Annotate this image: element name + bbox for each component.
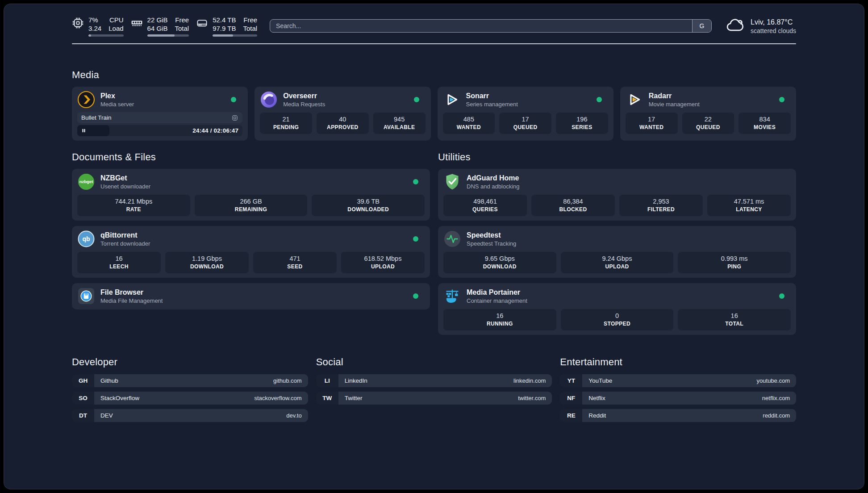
documents-column: Documents & Files nzbget NZBGet Usenet d… xyxy=(72,151,430,309)
app-card-adguard[interactable]: AdGuard Home DNS and adblocking 498,461Q… xyxy=(438,169,796,221)
stat-tile: 9.24 GbpsUPLOAD xyxy=(561,252,674,273)
stat-tile: 498,461QUERIES xyxy=(443,195,527,216)
disk-icon xyxy=(196,17,208,31)
bookmark-url: netflix.com xyxy=(762,395,790,401)
svg-text:qb: qb xyxy=(82,235,90,242)
app-name: Overseerr xyxy=(283,92,325,100)
app-card-filebrowser[interactable]: File Browser Media File Management xyxy=(72,283,430,309)
svg-text:nzbget: nzbget xyxy=(79,179,93,184)
sonarr-icon xyxy=(443,91,461,109)
search-bar: G xyxy=(270,19,712,33)
bookmark-dev[interactable]: DT DEVdev.to xyxy=(72,409,308,422)
bookmark-github[interactable]: GH Githubgithub.com xyxy=(72,374,308,387)
stat-tile: 744.21 MbpsRATE xyxy=(77,195,190,216)
bookmark-name: DEV xyxy=(100,412,113,419)
app-name: File Browser xyxy=(100,288,163,297)
app-card-portainer[interactable]: Media Portainer Container management 16R… xyxy=(438,283,796,335)
stat-tile: 17WANTED xyxy=(626,113,678,134)
app-name: Media Portainer xyxy=(467,288,527,297)
app-card-nzbget[interactable]: nzbget NZBGet Usenet downloader 744.21 M… xyxy=(72,169,430,221)
bookmark-netflix[interactable]: NF Netflixnetflix.com xyxy=(560,392,796,405)
now-playing-title: Bullet Train xyxy=(81,114,112,121)
bookmark-url: youtube.com xyxy=(757,377,790,384)
section-title-utilities: Utilities xyxy=(438,151,796,163)
stat-tile: 47.571 msLATENCY xyxy=(707,195,791,216)
bookmark-youtube[interactable]: YT YouTubeyoutube.com xyxy=(560,374,796,387)
ram-values: 22 GiB 64 GiB xyxy=(147,16,168,33)
stat-tile: 22QUEUED xyxy=(682,113,734,134)
app-name: Speedtest xyxy=(467,231,516,239)
app-name: Plex xyxy=(100,92,134,100)
disk-metric: 52.4 TB 97.9 TB Free Total xyxy=(196,16,257,37)
status-dot xyxy=(414,97,419,102)
stat-tile: 834MOVIES xyxy=(739,113,791,134)
stat-tile: 1.19 GbpsDOWNLOAD xyxy=(165,252,249,273)
app-name: NZBGet xyxy=(100,174,150,182)
section-title-documents: Documents & Files xyxy=(72,151,430,163)
bookmark-url: dev.to xyxy=(286,412,301,419)
cloud-icon xyxy=(725,15,745,37)
app-card-sonarr[interactable]: Sonarr Series management 485WANTED 17QUE… xyxy=(438,87,613,141)
stat-tile: 16LEECH xyxy=(77,252,161,273)
bookmark-name: StackOverflow xyxy=(100,395,139,401)
ram-labels: Free Total xyxy=(175,16,189,33)
stat-tile: 16RUNNING xyxy=(443,309,556,330)
stat-tile: 196SERIES xyxy=(556,113,608,134)
disk-labels: Free Total xyxy=(243,16,257,33)
player-settings-icon[interactable] xyxy=(231,114,238,121)
header-divider xyxy=(72,43,796,44)
bookmark-name: Netflix xyxy=(588,395,605,401)
bookmark-name: YouTube xyxy=(588,377,612,384)
filebrowser-icon xyxy=(77,287,95,305)
nzbget-icon: nzbget xyxy=(77,173,95,191)
cpu-values: 7% 3.24 xyxy=(88,16,101,33)
search-provider-button[interactable]: G xyxy=(692,20,711,32)
app-subtitle: Media Requests xyxy=(283,101,325,108)
stat-tile: 471SEED xyxy=(253,252,337,273)
bookmark-abbr: NF xyxy=(560,392,582,405)
pause-icon[interactable] xyxy=(81,127,86,135)
bookmark-stackoverflow[interactable]: SO StackOverflowstackoverflow.com xyxy=(72,392,308,405)
bookmarks-entertainment: Entertainment YT YouTubeyoutube.com NF N… xyxy=(560,356,796,422)
app-card-qbittorrent[interactable]: qb qBittorrent Torrent downloader 16LEEC… xyxy=(72,226,430,278)
bookmark-reddit[interactable]: RE Redditreddit.com xyxy=(560,409,796,422)
app-subtitle: Torrent downloader xyxy=(100,240,150,247)
status-dot xyxy=(413,293,418,299)
stat-tile: 0.993 msPING xyxy=(678,252,791,273)
cpu-icon xyxy=(72,17,84,31)
app-card-radarr[interactable]: Radarr Movie management 17WANTED 22QUEUE… xyxy=(620,87,796,141)
disk-progress-bar xyxy=(213,34,257,37)
player-time: 24:44 / 02:06:47 xyxy=(192,125,238,136)
system-metrics: 7% 3.24 CPU Load xyxy=(72,16,257,37)
ram-progress-bar xyxy=(147,34,189,37)
section-title-entertainment: Entertainment xyxy=(560,356,796,368)
status-dot xyxy=(597,97,602,102)
stat-tile: 40APPROVED xyxy=(317,113,369,134)
weather-widget: Lviv, 16.87°C scattered clouds xyxy=(725,15,796,37)
app-subtitle: Media server xyxy=(100,101,134,108)
app-card-plex[interactable]: Plex Media server Bullet Train xyxy=(72,87,248,141)
cpu-labels: CPU Load xyxy=(108,16,123,33)
stat-tile: 618.52 MbpsUPLOAD xyxy=(341,252,425,273)
utilities-column: Utilities AdGuard Home DNS and adblockin… xyxy=(438,151,796,335)
stat-tile: 945AVAILABLE xyxy=(373,113,426,134)
bookmark-linkedin[interactable]: LI LinkedInlinkedin.com xyxy=(316,374,552,387)
dashboard-page: 7% 3.24 CPU Load xyxy=(4,4,864,489)
bookmark-abbr: SO xyxy=(72,392,94,405)
player-progress-bar[interactable]: 24:44 / 02:06:47 xyxy=(77,125,242,136)
app-card-speedtest[interactable]: Speedtest Speedtest Tracking 9.65 GbpsDO… xyxy=(438,226,796,278)
status-dot xyxy=(779,293,785,299)
search-input[interactable] xyxy=(270,20,692,32)
app-subtitle: Media File Management xyxy=(100,297,163,304)
ram-icon xyxy=(131,17,143,31)
top-bar: 7% 3.24 CPU Load xyxy=(72,4,796,37)
stat-tile: 21PENDING xyxy=(260,113,312,134)
app-card-overseerr[interactable]: Overseerr Media Requests 21PENDING 40APP… xyxy=(255,87,430,141)
bookmark-abbr: GH xyxy=(72,374,94,387)
app-name: AdGuard Home xyxy=(467,174,520,182)
app-name: Sonarr xyxy=(466,92,518,100)
radarr-icon xyxy=(626,91,643,109)
media-grid: Plex Media server Bullet Train xyxy=(72,87,796,141)
status-dot xyxy=(413,179,418,184)
bookmark-twitter[interactable]: TW Twittertwitter.com xyxy=(316,392,552,405)
